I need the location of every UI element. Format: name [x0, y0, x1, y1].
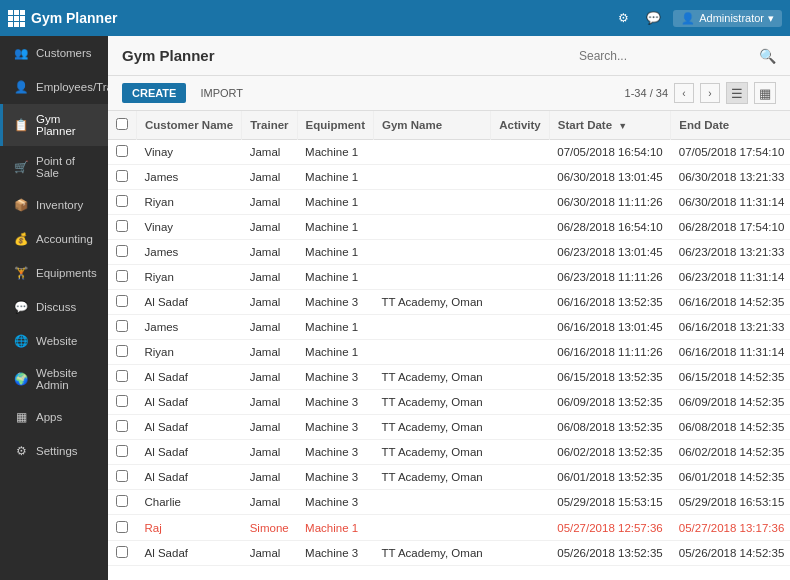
sidebar-item-employees[interactable]: 👤 Employees/Trainer: [0, 70, 108, 104]
main-layout: 👥 Customers 👤 Employees/Trainer 📋 Gym Pl…: [0, 36, 790, 580]
row-activity: [491, 490, 550, 515]
sidebar-item-inventory[interactable]: 📦 Inventory: [0, 188, 108, 222]
row-checkbox-cell: [108, 340, 137, 365]
row-start-date: 06/30/2018 11:11:26: [549, 190, 671, 215]
sidebar-item-website-admin[interactable]: 🌍 Website Admin: [0, 358, 108, 400]
settings-icon[interactable]: ⚙: [613, 8, 633, 28]
create-button[interactable]: CREATE: [122, 83, 186, 103]
row-checkbox[interactable]: [116, 295, 128, 307]
row-start-date: 06/08/2018 13:52:35: [549, 415, 671, 440]
list-view-button[interactable]: ☰: [726, 82, 748, 104]
row-checkbox[interactable]: [116, 495, 128, 507]
table-row: Riyan Jamal Machine 1 06/23/2018 11:11:2…: [108, 265, 790, 290]
row-checkbox-cell: [108, 465, 137, 490]
table-row: Al Sadaf Jamal Machine 3 TT Academy, Oma…: [108, 465, 790, 490]
row-checkbox[interactable]: [116, 395, 128, 407]
row-end-date: 06/28/2018 17:54:10: [671, 215, 790, 240]
row-customer: Al Sadaf: [137, 365, 242, 390]
select-all-checkbox[interactable]: [116, 118, 128, 130]
search-icon[interactable]: 🔍: [759, 48, 776, 64]
row-gym-name: TT Academy, Oman: [373, 440, 490, 465]
row-checkbox[interactable]: [116, 170, 128, 182]
sidebar-item-settings[interactable]: ⚙ Settings: [0, 434, 108, 468]
sidebar-item-equipments[interactable]: 🏋 Equipments: [0, 256, 108, 290]
row-equipment: Machine 1: [297, 340, 373, 365]
row-end-date: 06/30/2018 11:31:14: [671, 190, 790, 215]
row-start-date: 06/02/2018 13:52:35: [549, 440, 671, 465]
row-end-date: 05/27/2018 13:17:36: [671, 515, 790, 541]
row-activity: [491, 515, 550, 541]
row-gym-name: [373, 165, 490, 190]
sidebar-icon-customers: 👥: [13, 45, 29, 61]
row-gym-name: TT Academy, Oman: [373, 290, 490, 315]
header-start-date[interactable]: Start Date ▼: [549, 111, 671, 140]
row-trainer: Jamal: [242, 340, 297, 365]
row-checkbox[interactable]: [116, 445, 128, 457]
sidebar-icon-discuss: 💬: [13, 299, 29, 315]
sidebar-icon-equipments: 🏋: [13, 265, 29, 281]
row-checkbox[interactable]: [116, 521, 128, 533]
row-checkbox[interactable]: [116, 245, 128, 257]
table-row: Al Sadaf Jamal Machine 3 TT Academy, Oma…: [108, 440, 790, 465]
row-end-date: 05/26/2018 14:52:35: [671, 541, 790, 566]
sidebar-item-discuss[interactable]: 💬 Discuss: [0, 290, 108, 324]
row-checkbox[interactable]: [116, 220, 128, 232]
row-start-date: 06/23/2018 13:01:45: [549, 240, 671, 265]
row-checkbox-cell: [108, 541, 137, 566]
row-customer: Riyan: [137, 265, 242, 290]
header-end-date: End Date: [671, 111, 790, 140]
page-title: Gym Planner: [122, 47, 579, 64]
row-checkbox[interactable]: [116, 195, 128, 207]
table-row: Riyan Jamal Machine 1 06/30/2018 11:11:2…: [108, 190, 790, 215]
row-checkbox[interactable]: [116, 420, 128, 432]
row-activity: [491, 390, 550, 415]
search-input[interactable]: [579, 49, 759, 63]
records-table: Customer Name Trainer Equipment Gym Name…: [108, 111, 790, 566]
row-start-date: 06/16/2018 13:52:35: [549, 290, 671, 315]
row-customer: Al Sadaf: [137, 290, 242, 315]
chat-icon[interactable]: 💬: [643, 8, 663, 28]
row-trainer: Jamal: [242, 265, 297, 290]
row-trainer: Jamal: [242, 390, 297, 415]
sidebar-item-customers[interactable]: 👥 Customers: [0, 36, 108, 70]
row-activity: [491, 415, 550, 440]
table-row: James Jamal Machine 1 06/16/2018 13:01:4…: [108, 315, 790, 340]
sidebar-item-accounting[interactable]: 💰 Accounting: [0, 222, 108, 256]
row-checkbox[interactable]: [116, 270, 128, 282]
row-checkbox-cell: [108, 390, 137, 415]
sidebar-item-gym-planner[interactable]: 📋 Gym Planner: [0, 104, 108, 146]
row-checkbox-cell: [108, 440, 137, 465]
sidebar-label-gym-planner: Gym Planner: [36, 113, 98, 137]
header-equipment: Equipment: [297, 111, 373, 140]
row-checkbox[interactable]: [116, 370, 128, 382]
row-equipment: Machine 1: [297, 265, 373, 290]
pagination-next[interactable]: ›: [700, 83, 720, 103]
row-checkbox[interactable]: [116, 546, 128, 558]
row-checkbox-cell: [108, 490, 137, 515]
row-activity: [491, 290, 550, 315]
row-gym-name: [373, 215, 490, 240]
content-area: Gym Planner 🔍 CREATE IMPORT 1-34 / 34 ‹ …: [108, 36, 790, 580]
row-end-date: 06/16/2018 11:31:14: [671, 340, 790, 365]
row-end-date: 07/05/2018 17:54:10: [671, 140, 790, 165]
row-activity: [491, 365, 550, 390]
row-checkbox[interactable]: [116, 345, 128, 357]
toolbar-right: 1-34 / 34 ‹ › ☰ ▦: [625, 82, 776, 104]
grid-icon: [8, 10, 25, 27]
row-checkbox[interactable]: [116, 470, 128, 482]
import-button[interactable]: IMPORT: [192, 83, 251, 103]
sidebar-item-website[interactable]: 🌐 Website: [0, 324, 108, 358]
row-start-date: 06/16/2018 11:11:26: [549, 340, 671, 365]
sidebar-label-apps: Apps: [36, 411, 62, 423]
sidebar-label-customers: Customers: [36, 47, 92, 59]
sidebar-item-apps[interactable]: ▦ Apps: [0, 400, 108, 434]
row-checkbox[interactable]: [116, 145, 128, 157]
sidebar-item-point-of-sale[interactable]: 🛒 Point of Sale: [0, 146, 108, 188]
header-gym-name: Gym Name: [373, 111, 490, 140]
admin-badge[interactable]: 👤 Administrator ▾: [673, 10, 782, 27]
calendar-view-button[interactable]: ▦: [754, 82, 776, 104]
pagination-prev[interactable]: ‹: [674, 83, 694, 103]
row-customer: Vinay: [137, 215, 242, 240]
row-checkbox[interactable]: [116, 320, 128, 332]
row-start-date: 06/28/2018 16:54:10: [549, 215, 671, 240]
